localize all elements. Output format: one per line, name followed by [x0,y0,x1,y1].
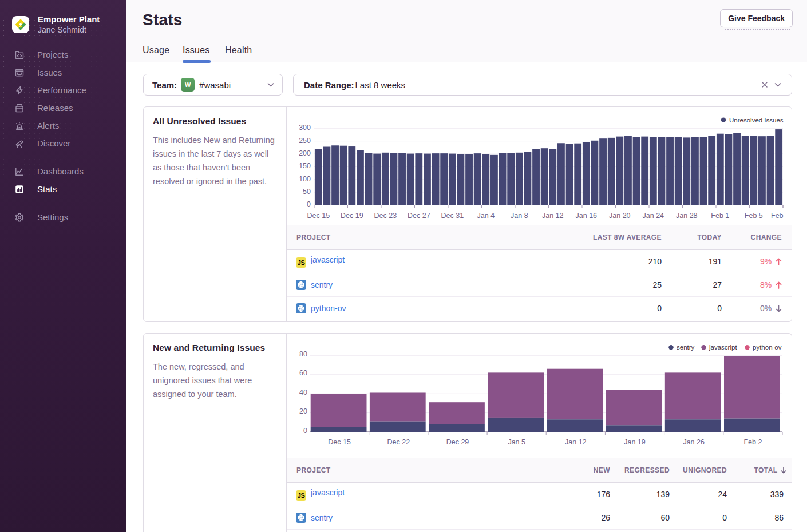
svg-text:50: 50 [303,188,311,196]
svg-text:python-ov: python-ov [753,344,782,351]
svg-text:0: 0 [307,200,311,208]
svg-text:40: 40 [299,388,307,396]
svg-text:100: 100 [299,175,311,183]
svg-text:150: 150 [299,162,311,170]
svg-text:Jan 5: Jan 5 [508,438,525,446]
svg-text:Dec 23: Dec 23 [374,212,397,220]
svg-text:Jan 8: Jan 8 [511,212,528,220]
svg-text:Dec 29: Dec 29 [446,438,469,446]
svg-text:Dec 15: Dec 15 [307,212,330,220]
svg-text:Feb: Feb [771,212,784,220]
svg-text:Jan 16: Jan 16 [576,212,598,220]
svg-text:Unresolved Issues: Unresolved Issues [729,117,784,124]
svg-text:Dec 22: Dec 22 [387,438,410,446]
svg-text:250: 250 [299,137,311,145]
svg-text:60: 60 [299,369,307,377]
svg-text:200: 200 [299,149,311,157]
svg-text:Feb 2: Feb 2 [743,438,762,446]
svg-text:Dec 15: Dec 15 [328,438,351,446]
svg-text:Jan 12: Jan 12 [565,438,587,446]
svg-text:sentry: sentry [677,344,695,351]
svg-text:0: 0 [303,427,307,435]
svg-text:Dec 27: Dec 27 [408,212,430,220]
svg-text:Jan 4: Jan 4 [477,212,495,220]
svg-text:20: 20 [299,407,307,415]
svg-text:Jan 24: Jan 24 [643,212,664,220]
svg-text:Jan 19: Jan 19 [624,438,646,446]
svg-text:300: 300 [299,124,311,132]
svg-text:Feb 5: Feb 5 [745,212,763,220]
svg-text:Jan 20: Jan 20 [609,212,631,220]
svg-text:Dec 19: Dec 19 [341,212,363,220]
svg-text:Jan 12: Jan 12 [542,212,564,220]
svg-text:javascript: javascript [709,344,737,351]
svg-text:Jan 26: Jan 26 [683,438,705,446]
svg-text:Jan 28: Jan 28 [676,212,698,220]
svg-text:Feb 1: Feb 1 [711,212,729,220]
svg-text:80: 80 [299,350,307,358]
svg-text:Dec 31: Dec 31 [441,212,464,220]
